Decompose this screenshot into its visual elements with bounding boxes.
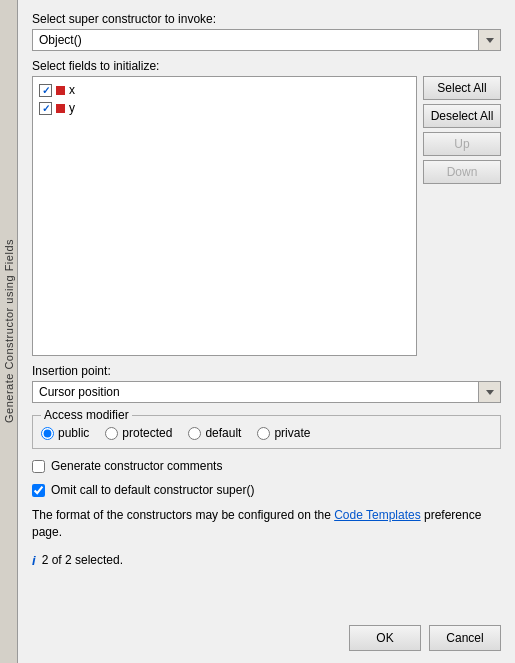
fields-area: ✓ x ✓ y Select All Deselect All Up Down — [32, 76, 501, 356]
radio-private[interactable]: private — [257, 426, 310, 440]
status-text: 2 of 2 selected. — [42, 553, 123, 567]
radio-protected-label: protected — [122, 426, 172, 440]
up-button[interactable]: Up — [423, 132, 501, 156]
side-tab-label: Generate Constructor using Fields — [3, 239, 15, 423]
deselect-all-button[interactable]: Deselect All — [423, 104, 501, 128]
fields-label: Select fields to initialize: — [32, 59, 501, 73]
list-item[interactable]: ✓ y — [35, 99, 414, 117]
radio-default-label: default — [205, 426, 241, 440]
cancel-button[interactable]: Cancel — [429, 625, 501, 651]
checkmark-icon: ✓ — [42, 85, 50, 96]
generate-comments-label[interactable]: Generate constructor comments — [51, 459, 222, 473]
omit-call-row: Omit call to default constructor super() — [32, 483, 501, 497]
down-button[interactable]: Down — [423, 160, 501, 184]
access-modifier-row: public protected default private — [41, 426, 492, 440]
omit-call-label[interactable]: Omit call to default constructor super() — [51, 483, 254, 497]
access-modifier-legend: Access modifier — [41, 408, 132, 422]
insertion-point-section: Insertion point: Cursor position — [32, 364, 501, 403]
checkmark-icon: ✓ — [42, 103, 50, 114]
chevron-down-icon — [486, 38, 494, 43]
radio-default-input[interactable] — [188, 427, 201, 440]
list-item[interactable]: ✓ x — [35, 81, 414, 99]
radio-default[interactable]: default — [188, 426, 241, 440]
bottom-buttons: OK Cancel — [32, 617, 501, 651]
info-prefix: The format of the constructors may be co… — [32, 508, 334, 522]
access-modifier-section: Access modifier public protected default… — [32, 415, 501, 449]
radio-public[interactable]: public — [41, 426, 89, 440]
info-icon: i — [32, 553, 36, 568]
insertion-point-dropdown-btn[interactable] — [479, 381, 501, 403]
super-constructor-section: Select super constructor to invoke: Obje… — [32, 12, 501, 51]
super-constructor-dropdown-btn[interactable] — [479, 29, 501, 51]
radio-protected-input[interactable] — [105, 427, 118, 440]
radio-private-input[interactable] — [257, 427, 270, 440]
super-constructor-row: Object() — [32, 29, 501, 51]
field-buttons: Select All Deselect All Up Down — [423, 76, 501, 184]
radio-public-label: public — [58, 426, 89, 440]
info-text: The format of the constructors may be co… — [32, 507, 501, 541]
super-constructor-dropdown[interactable]: Object() — [32, 29, 479, 51]
radio-public-input[interactable] — [41, 427, 54, 440]
omit-call-checkbox[interactable] — [32, 484, 45, 497]
generate-comments-checkbox[interactable] — [32, 460, 45, 473]
insertion-point-dropdown[interactable]: Cursor position — [32, 381, 479, 403]
field-y-name: y — [69, 101, 75, 115]
code-templates-link[interactable]: Code Templates — [334, 508, 421, 522]
fields-section: Select fields to initialize: ✓ x ✓ y — [32, 59, 501, 356]
field-x-checkbox[interactable]: ✓ — [39, 84, 52, 97]
field-x-name: x — [69, 83, 75, 97]
main-content: Select super constructor to invoke: Obje… — [18, 0, 515, 663]
chevron-down-icon — [486, 390, 494, 395]
ok-button[interactable]: OK — [349, 625, 421, 651]
generate-comments-row: Generate constructor comments — [32, 459, 501, 473]
field-y-icon — [56, 104, 65, 113]
field-x-icon — [56, 86, 65, 95]
fields-list[interactable]: ✓ x ✓ y — [32, 76, 417, 356]
insertion-point-label: Insertion point: — [32, 364, 501, 378]
status-row: i 2 of 2 selected. — [32, 553, 501, 568]
field-y-checkbox[interactable]: ✓ — [39, 102, 52, 115]
select-all-button[interactable]: Select All — [423, 76, 501, 100]
radio-protected[interactable]: protected — [105, 426, 172, 440]
insertion-point-row: Cursor position — [32, 381, 501, 403]
super-constructor-label: Select super constructor to invoke: — [32, 12, 501, 26]
radio-private-label: private — [274, 426, 310, 440]
side-tab: Generate Constructor using Fields — [0, 0, 18, 663]
